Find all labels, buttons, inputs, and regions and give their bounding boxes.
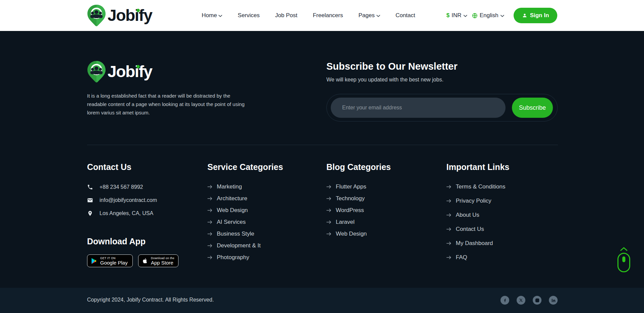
chevron-down-icon	[218, 15, 222, 17]
bottom-bar: Copyright 2024, Jobify Contract. All Rig…	[0, 288, 644, 313]
arrow-right-icon	[207, 220, 212, 224]
download-app-title: Download App	[87, 237, 178, 246]
footer-link-architecture[interactable]: Architecture	[207, 195, 283, 202]
contact-address-text: Los Angeles, CA, USA	[99, 210, 153, 216]
footer-link-faq[interactable]: FAQ	[446, 254, 510, 261]
arrow-right-icon	[326, 220, 331, 224]
newsletter-subtitle: We will keep you updated with the best n…	[326, 77, 443, 83]
footer-link-flutter-apps[interactable]: Flutter Apps	[326, 183, 391, 190]
nav-item-job-post[interactable]: Job Post	[275, 12, 297, 19]
footer-link-web-design[interactable]: Web Design	[207, 207, 283, 214]
map-pin-icon	[87, 210, 93, 216]
nav-item-label: Home	[202, 12, 217, 19]
footer-link-photography[interactable]: Photography	[207, 254, 283, 261]
footer-link-label: AI Services	[217, 219, 246, 225]
arrow-right-icon	[446, 213, 451, 217]
footer-column-important-links: Important Links Terms & ConditionsPrivac…	[446, 162, 510, 261]
nav-item-pages[interactable]: Pages	[358, 12, 380, 19]
google-play-icon	[90, 257, 97, 265]
badge-bottom-text: App Store	[151, 260, 174, 266]
nav-item-label: Job Post	[275, 12, 297, 19]
language-selector[interactable]: English	[472, 0, 504, 31]
footer-link-technology[interactable]: Technology	[326, 195, 391, 202]
footer-link-label: Web Design	[217, 207, 248, 214]
brand-logo[interactable]: Jobify	[86, 4, 152, 27]
contact-address[interactable]: Los Angeles, CA, USA	[87, 209, 178, 217]
nav-item-contact[interactable]: Contact	[396, 12, 415, 19]
linkedin-icon[interactable]	[549, 296, 558, 305]
footer-link-label: Technology	[336, 195, 365, 202]
arrow-right-icon	[326, 197, 331, 201]
footer-link-label: Development & It	[217, 242, 260, 249]
dollar-icon: $	[446, 12, 449, 19]
arrow-right-icon	[446, 199, 451, 203]
subscribe-button[interactable]: Subscribe	[512, 98, 553, 118]
top-navbar: Jobify HomeServicesJob PostFreelancersPa…	[0, 0, 644, 31]
user-icon	[522, 13, 527, 18]
footer-link-label: My Dashboard	[456, 240, 493, 247]
app-store-badge[interactable]: Download on the App Store	[138, 254, 178, 267]
contact-phone[interactable]: +88 234 567 8992	[87, 183, 178, 191]
footer-link-label: About Us	[456, 212, 479, 218]
google-play-badge[interactable]: GET IT ON Google Play	[87, 254, 133, 267]
logo-pin-icon	[86, 61, 107, 83]
arrow-right-icon	[207, 255, 212, 259]
nav-item-label: Pages	[358, 12, 374, 19]
logo-i-dot	[136, 65, 140, 68]
contact-email[interactable]: info@jobifycontract.com	[87, 196, 178, 204]
arrow-right-icon	[326, 232, 331, 236]
logo-pin-icon	[86, 4, 107, 27]
footer-link-web-design[interactable]: Web Design	[326, 230, 391, 238]
newsletter-email-input[interactable]	[331, 98, 506, 118]
scroll-to-top-button[interactable]	[615, 247, 633, 277]
contact-title: Contact Us	[87, 162, 178, 172]
main-nav: HomeServicesJob PostFreelancersPagesCont…	[202, 0, 415, 31]
contact-phone-text: +88 234 567 8992	[99, 184, 143, 190]
arrow-right-icon	[326, 185, 331, 189]
footer-link-label: Flutter Apps	[336, 183, 366, 190]
footer-link-label: Photography	[217, 254, 249, 261]
chevron-down-icon	[464, 15, 467, 17]
footer-link-laravel[interactable]: Laravel	[326, 218, 391, 226]
contact-email-text: info@jobifycontract.com	[99, 197, 157, 203]
footer-link-marketing[interactable]: Marketing	[207, 183, 283, 190]
footer-link-my-dashboard[interactable]: My Dashboard	[446, 240, 510, 247]
footer-link-ai-services[interactable]: AI Services	[207, 218, 283, 226]
footer-link-wordpress[interactable]: WordPress	[326, 207, 391, 214]
arrow-right-icon	[207, 244, 212, 248]
footer-column-blog-categories: Blog Categories Flutter AppsTechnologyWo…	[326, 162, 391, 238]
nav-item-label: Services	[238, 12, 259, 19]
column-title: Important Links	[446, 162, 510, 172]
footer-brand-logo[interactable]: Jobify	[86, 61, 152, 83]
currency-selector[interactable]: $ INR	[446, 0, 467, 31]
facebook-icon[interactable]	[500, 296, 509, 305]
apple-icon	[142, 257, 148, 265]
nav-item-freelancers[interactable]: Freelancers	[313, 12, 343, 19]
arrow-right-icon	[446, 227, 451, 231]
mouse-scroll-icon	[617, 253, 630, 272]
sign-in-button[interactable]: Sign In	[514, 8, 557, 23]
footer-link-about-us[interactable]: About Us	[446, 211, 510, 219]
instagram-icon[interactable]	[533, 296, 541, 305]
arrow-right-icon	[446, 185, 451, 189]
badge-top-text: Download on the	[151, 256, 174, 260]
copyright-text: Copyright 2024, Jobify Contract. All Rig…	[87, 297, 214, 303]
column-title: Blog Categories	[326, 162, 391, 172]
footer-link-privacy-policy[interactable]: Privacy Policy	[446, 197, 510, 205]
social-links	[500, 296, 558, 305]
footer-link-business-style[interactable]: Business Style	[207, 230, 283, 238]
nav-item-services[interactable]: Services	[238, 12, 259, 19]
footer-link-label: Contact Us	[456, 226, 484, 233]
language-label: English	[480, 12, 498, 19]
footer-link-terms-conditions[interactable]: Terms & Conditions	[446, 183, 510, 190]
nav-item-home[interactable]: Home	[202, 12, 222, 19]
footer-link-label: Terms & Conditions	[456, 183, 505, 190]
phone-icon	[87, 184, 93, 190]
footer-link-contact-us[interactable]: Contact Us	[446, 225, 510, 233]
footer-about-text: It is a long established fact that a rea…	[87, 92, 251, 117]
footer-link-label: Privacy Policy	[456, 198, 491, 204]
footer-link-development-it[interactable]: Development & It	[207, 242, 283, 249]
footer-link-label: Marketing	[217, 183, 242, 190]
nav-item-label: Contact	[396, 12, 415, 19]
x-icon[interactable]	[517, 296, 525, 305]
